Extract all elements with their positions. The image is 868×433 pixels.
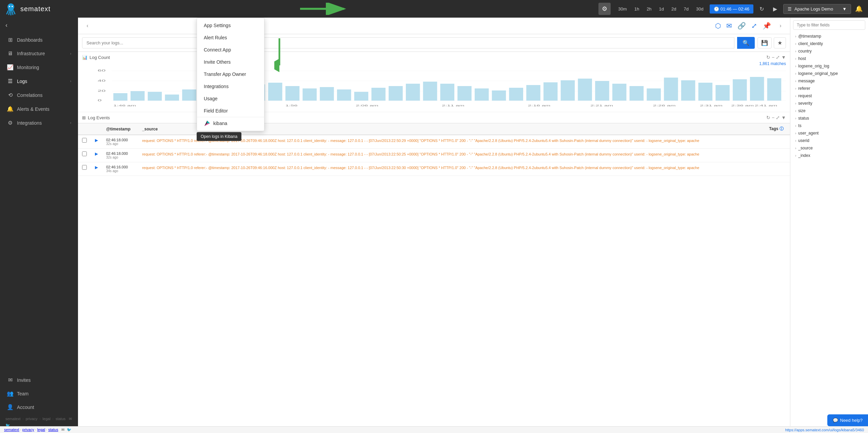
refresh-button[interactable]: ↻	[756, 3, 767, 14]
minimize-chart-button[interactable]: −	[772, 55, 774, 60]
footer-legal[interactable]: legal	[43, 417, 51, 421]
table-row[interactable]: ▶ 02:46:18.000 32s ago request: OPTIONS …	[78, 149, 790, 162]
field-arrow-icon: ›	[795, 139, 796, 143]
field-list-item[interactable]: › size	[793, 107, 865, 115]
time-30m[interactable]: 30m	[615, 4, 630, 14]
sidebar-item-integrations[interactable]: ⚙ Integrations ›	[1, 116, 77, 129]
field-list-item[interactable]: › country	[793, 47, 865, 55]
status-sematext[interactable]: sematext	[4, 428, 19, 432]
svg-text:2:21 am: 2:21 am	[590, 104, 613, 107]
time-30d[interactable]: 30d	[693, 4, 707, 14]
field-list-item[interactable]: › referer	[793, 85, 865, 92]
dropdown-connect-app[interactable]: Connect App	[197, 44, 264, 56]
svg-rect-23	[182, 89, 196, 101]
sidebar-item-correlations[interactable]: ⟲ Correlations	[1, 88, 77, 102]
table-row[interactable]: ▶ 02:46:18.000 32s ago request: OPTIONS …	[78, 135, 790, 149]
field-list-item[interactable]: › ts	[793, 122, 865, 129]
footer-status[interactable]: status	[56, 417, 65, 421]
sidebar-toggle[interactable]: ‹	[0, 18, 78, 33]
dropdown-usage[interactable]: Usage	[197, 92, 264, 105]
dropdown-transfer-owner[interactable]: Transfer App Owner	[197, 68, 264, 80]
refresh-chart-button[interactable]: ↻	[766, 55, 770, 60]
field-list-item[interactable]: › userid	[793, 137, 865, 144]
chevron-right-icon: ›	[70, 79, 71, 83]
svg-rect-29	[285, 86, 300, 101]
time-range-button[interactable]: 🕐 01:46 — 02:46	[710, 4, 753, 14]
dropdown-invite-others[interactable]: Invite Others	[197, 56, 264, 68]
integrations-icon: ⚙	[7, 120, 14, 126]
dropdown-app-settings[interactable]: App Settings	[197, 19, 264, 32]
row-expand[interactable]: ▶	[91, 149, 102, 162]
time-1d[interactable]: 1d	[656, 4, 667, 14]
time-1h[interactable]: 1h	[631, 4, 643, 14]
status-status[interactable]: status	[48, 428, 58, 432]
expand-log-button[interactable]: ⤢	[776, 115, 780, 120]
logs-icon: ☰	[7, 78, 14, 84]
field-list-item[interactable]: › user_agent	[793, 129, 865, 137]
row-expand[interactable]: ▶	[91, 135, 102, 149]
save-search-button[interactable]: 💾	[757, 37, 772, 48]
status-legal[interactable]: legal	[37, 428, 45, 432]
footer-privacy[interactable]: privacy	[26, 417, 38, 421]
sidebar-item-account[interactable]: 👤 Account	[1, 400, 77, 414]
status-privacy[interactable]: privacy	[22, 428, 34, 432]
search-input[interactable]	[82, 37, 734, 48]
sidebar-item-monitoring[interactable]: 📈 Monitoring	[1, 61, 77, 74]
link-button[interactable]: 🔗	[736, 20, 747, 31]
expand-button[interactable]: ⤢	[750, 20, 758, 31]
cubes-button[interactable]: ⬡	[714, 20, 722, 31]
field-list-item[interactable]: › status	[793, 115, 865, 122]
more-log-button[interactable]: ▼	[781, 115, 786, 120]
field-list-item[interactable]: › _source	[793, 144, 865, 152]
refresh-log-button[interactable]: ↻	[766, 115, 770, 120]
sidebar-item-dashboards[interactable]: ⊞ Dashboards	[1, 33, 77, 46]
gear-button[interactable]: ⚙	[598, 3, 611, 15]
field-list-item[interactable]: › @timestamp	[793, 33, 865, 40]
svg-rect-37	[423, 82, 437, 101]
field-list-item[interactable]: › _index	[793, 152, 865, 159]
row-expand[interactable]: ▶	[91, 162, 102, 176]
svg-rect-30	[302, 88, 317, 101]
sidebar-item-alerts[interactable]: 🔔 Alerts & Events	[1, 102, 77, 116]
app-selector[interactable]: ☰ Apache Logs Demo ▼	[783, 4, 851, 14]
svg-rect-19	[113, 93, 127, 101]
field-list-item[interactable]: › message	[793, 77, 865, 85]
sidebar-item-label: Correlations	[17, 92, 71, 98]
sidebar-item-team[interactable]: 👥 Team	[1, 387, 77, 400]
field-list-item[interactable]: › logsene_original_type	[793, 70, 865, 77]
sidebar-item-infrastructure[interactable]: 🖥 Infrastructure ›	[1, 47, 77, 60]
more-chart-button[interactable]: ▼	[781, 55, 786, 60]
prev-button[interactable]: ‹	[82, 20, 93, 31]
minimize-log-button[interactable]: −	[772, 115, 774, 120]
play-button[interactable]: ▶	[770, 3, 781, 14]
need-help-widget[interactable]: 💬 Need help?	[827, 414, 868, 426]
field-list-item[interactable]: › severity	[793, 100, 865, 107]
next-button[interactable]: ›	[775, 20, 786, 31]
field-list-item[interactable]: › request	[793, 92, 865, 100]
field-list-item[interactable]: › client_identity	[793, 40, 865, 47]
field-list-item[interactable]: › host	[793, 55, 865, 62]
field-list-item[interactable]: › logsene_orig_log	[793, 62, 865, 70]
favorite-button[interactable]: ★	[774, 37, 786, 48]
time-7d[interactable]: 7d	[680, 4, 692, 14]
email-alert-button[interactable]: ✉	[725, 20, 733, 31]
time-2h[interactable]: 2h	[643, 4, 655, 14]
dropdown-integrations[interactable]: Integrations	[197, 80, 264, 92]
dropdown-kibana[interactable]: kibana	[197, 117, 264, 129]
row-checkbox[interactable]	[78, 135, 91, 149]
sidebar-item-label: Infrastructure	[17, 51, 67, 56]
row-checkbox[interactable]	[78, 162, 91, 176]
footer-sematext[interactable]: sematext	[5, 417, 21, 421]
search-button[interactable]: 🔍	[737, 37, 755, 49]
table-row[interactable]: ▶ 02:46:16.000 34s ago request: OPTIONS …	[78, 162, 790, 176]
row-checkbox[interactable]	[78, 149, 91, 162]
field-filter-input[interactable]	[793, 20, 865, 30]
sidebar-item-invites[interactable]: ✉ Invites	[1, 373, 77, 387]
dropdown-alert-rules[interactable]: Alert Rules	[197, 32, 264, 44]
notification-bell[interactable]: 🔔	[854, 4, 864, 14]
expand-chart-button[interactable]: ⤢	[776, 55, 780, 60]
time-2d[interactable]: 2d	[668, 4, 679, 14]
sidebar-item-logs[interactable]: ☰ Logs ›	[1, 75, 77, 88]
pin-button[interactable]: 📌	[761, 20, 772, 31]
dropdown-field-editor[interactable]: Field Editor	[197, 105, 264, 117]
